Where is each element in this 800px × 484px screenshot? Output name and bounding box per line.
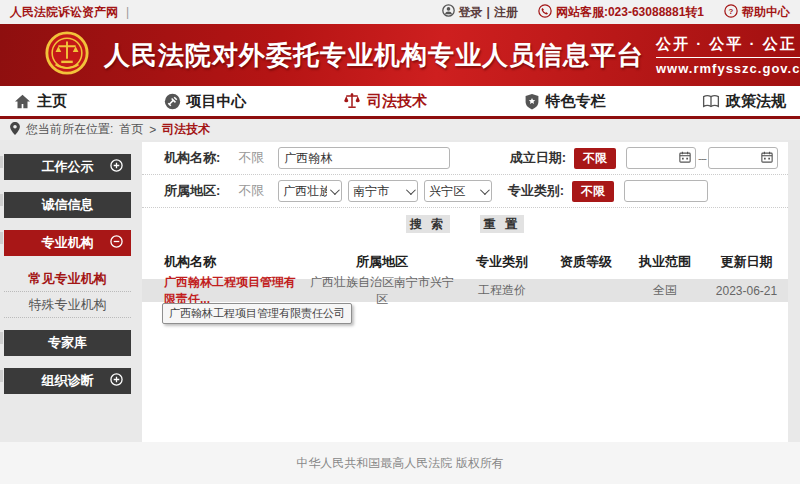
chevron-down-icon bbox=[330, 185, 340, 195]
location-pin-icon bbox=[10, 122, 20, 138]
court-emblem-logo bbox=[44, 30, 90, 80]
scales-icon bbox=[343, 92, 361, 110]
project-icon bbox=[164, 93, 181, 110]
sidebar: 工作公示 诚信信息 专业机构 常见专业机构 特殊专业机构 专家 bbox=[4, 154, 131, 406]
nav-label: 政策法规 bbox=[726, 92, 786, 111]
nav-label: 项目中心 bbox=[187, 92, 247, 111]
city-select[interactable]: 南宁市 bbox=[348, 180, 418, 202]
cell-category: 工程造价 bbox=[457, 282, 547, 299]
sidebar-item-expert-pool[interactable]: 专家库 bbox=[4, 330, 131, 356]
nav-item-home[interactable]: 主页 bbox=[14, 92, 67, 111]
user-icon bbox=[442, 4, 455, 20]
sidebar-item-label: 专家库 bbox=[48, 334, 87, 352]
org-name-label: 机构名称: bbox=[164, 149, 220, 167]
org-name-input[interactable] bbox=[278, 147, 450, 169]
region-label: 所属地区: bbox=[164, 182, 220, 200]
banner-slogan: 公开 · 公平 · 公正 bbox=[656, 35, 800, 58]
breadcrumb-home-link[interactable]: 首页 bbox=[119, 121, 143, 138]
form-row-name-date: 机构名称: 不限 成立日期: 不限 --- bbox=[142, 142, 788, 175]
category-input[interactable] bbox=[624, 180, 708, 202]
banner-url: www.rmfysszc.gov.cn bbox=[656, 61, 800, 76]
sidebar-item-label: 诚信信息 bbox=[42, 196, 94, 214]
sidebar-item-label: 专业机构 bbox=[42, 234, 94, 252]
reset-button[interactable]: 重 置 bbox=[480, 215, 524, 233]
founded-end-date-input[interactable] bbox=[708, 147, 778, 169]
breadcrumb: 您当前所在位置: 首页 > 司法技术 bbox=[0, 119, 800, 140]
nav-item-project-center[interactable]: 项目中心 bbox=[164, 92, 247, 111]
org-name-tooltip: 广西翰林工程项目管理有限责任公司 bbox=[162, 303, 352, 324]
district-selected-value: 兴宁区 bbox=[429, 183, 477, 200]
calendar-icon[interactable] bbox=[761, 151, 773, 166]
table-row: 广西翰林工程项目管理有限责任... 广西壮族自治区南宁市兴宁区 工程造价 全国 … bbox=[142, 279, 788, 302]
org-name-unlimited-option[interactable]: 不限 bbox=[238, 149, 264, 167]
copyright-text: 中华人民共和国最高人民法院 版权所有 bbox=[296, 455, 503, 472]
nav-item-featured-column[interactable]: 特色专栏 bbox=[524, 92, 606, 111]
submenu-item-label: 特殊专业机构 bbox=[29, 296, 107, 314]
shield-star-icon bbox=[524, 93, 540, 110]
province-select[interactable]: 广西壮族自治 bbox=[278, 180, 342, 202]
collapse-minus-icon[interactable] bbox=[110, 235, 123, 251]
date-range-separator: --- bbox=[698, 152, 706, 164]
city-selected-value: 南宁市 bbox=[353, 183, 403, 200]
results-table: 机构名称 所属地区 专业类别 资质等级 执业范围 更新日期 广西翰林工程项目管理… bbox=[142, 247, 788, 302]
svg-text:?: ? bbox=[729, 7, 734, 16]
sidebar-item-label: 组织诊断 bbox=[42, 372, 94, 390]
book-icon bbox=[702, 94, 720, 109]
phone-icon bbox=[538, 4, 552, 21]
cell-scope: 全国 bbox=[625, 282, 705, 299]
founded-start-date-input[interactable] bbox=[626, 147, 696, 169]
search-button[interactable]: 搜 索 bbox=[406, 215, 450, 233]
search-results-panel: 机构名称: 不限 成立日期: 不限 --- bbox=[142, 142, 788, 442]
founded-date-label: 成立日期: bbox=[510, 149, 566, 167]
register-link[interactable]: 注册 bbox=[494, 4, 518, 21]
platform-title: 人民法院对外委托专业机构专业人员信息平台 bbox=[104, 38, 644, 73]
nav-label: 司法技术 bbox=[367, 92, 427, 111]
page-footer: 中华人民共和国最高人民法院 版权所有 bbox=[0, 442, 800, 484]
help-icon: ? bbox=[724, 4, 738, 21]
sidebar-item-professional-orgs[interactable]: 专业机构 bbox=[4, 230, 131, 256]
org-name-link[interactable]: 广西翰林工程项目管理有限责任... bbox=[164, 275, 296, 306]
content-area: 工作公示 诚信信息 专业机构 常见专业机构 特殊专业机构 专家 bbox=[0, 140, 800, 484]
edge-notch bbox=[0, 156, 3, 168]
sidebar-submenu: 常见专业机构 特殊专业机构 bbox=[4, 266, 131, 318]
edge-notch bbox=[0, 332, 3, 344]
main-nav: 主页 项目中心 司法技术 特色专栏 政策法规 bbox=[0, 86, 800, 119]
home-icon bbox=[14, 94, 31, 109]
breadcrumb-current: 司法技术 bbox=[162, 121, 210, 138]
chevron-down-icon bbox=[406, 185, 416, 195]
breadcrumb-separator: > bbox=[149, 123, 156, 137]
help-center-link[interactable]: 帮助中心 bbox=[742, 4, 790, 21]
col-header-scope: 执业范围 bbox=[625, 253, 705, 271]
form-row-region-category: 所属地区: 不限 广西壮族自治 南宁市 兴宁区 专业类别: 不限 bbox=[142, 175, 788, 208]
sidebar-item-label: 工作公示 bbox=[42, 158, 94, 176]
nav-item-judicial-tech[interactable]: 司法技术 bbox=[343, 92, 427, 111]
district-select[interactable]: 兴宁区 bbox=[424, 180, 492, 202]
sidebar-item-integrity-info[interactable]: 诚信信息 bbox=[4, 192, 131, 218]
nav-item-policies[interactable]: 政策法规 bbox=[702, 92, 786, 111]
sidebar-item-org-diagnosis[interactable]: 组织诊断 bbox=[4, 368, 131, 394]
submenu-item-special-orgs[interactable]: 特殊专业机构 bbox=[4, 292, 131, 318]
category-unlimited-button[interactable]: 不限 bbox=[572, 181, 614, 202]
region-unlimited-option[interactable]: 不限 bbox=[238, 182, 264, 200]
submenu-item-common-orgs[interactable]: 常见专业机构 bbox=[4, 266, 131, 292]
login-link[interactable]: 登录 bbox=[459, 4, 483, 21]
expand-plus-icon[interactable] bbox=[110, 373, 123, 389]
site-name-link[interactable]: 人民法院诉讼资产网 bbox=[10, 4, 118, 21]
col-header-grade: 资质等级 bbox=[547, 253, 625, 271]
expand-plus-icon[interactable] bbox=[110, 159, 123, 175]
cell-updated: 2023-06-21 bbox=[705, 284, 788, 298]
founded-unlimited-button[interactable]: 不限 bbox=[574, 148, 616, 169]
form-actions: 搜 索 重 置 bbox=[142, 208, 788, 241]
col-header-updated: 更新日期 bbox=[705, 253, 788, 271]
category-label: 专业类别: bbox=[508, 182, 564, 200]
col-header-region: 所属地区 bbox=[307, 253, 457, 271]
topbar-separator: | bbox=[126, 5, 129, 19]
breadcrumb-prefix: 您当前所在位置: bbox=[26, 121, 113, 138]
chevron-down-icon bbox=[480, 185, 490, 195]
province-selected-value: 广西壮族自治 bbox=[283, 183, 327, 200]
edge-notch bbox=[0, 370, 3, 382]
nav-label: 特色专栏 bbox=[546, 92, 606, 111]
site-banner: 人民法院对外委托专业机构专业人员信息平台 公开 · 公平 · 公正 www.rm… bbox=[0, 24, 800, 86]
calendar-icon[interactable] bbox=[679, 151, 691, 166]
sidebar-item-work-publicity[interactable]: 工作公示 bbox=[4, 154, 131, 180]
